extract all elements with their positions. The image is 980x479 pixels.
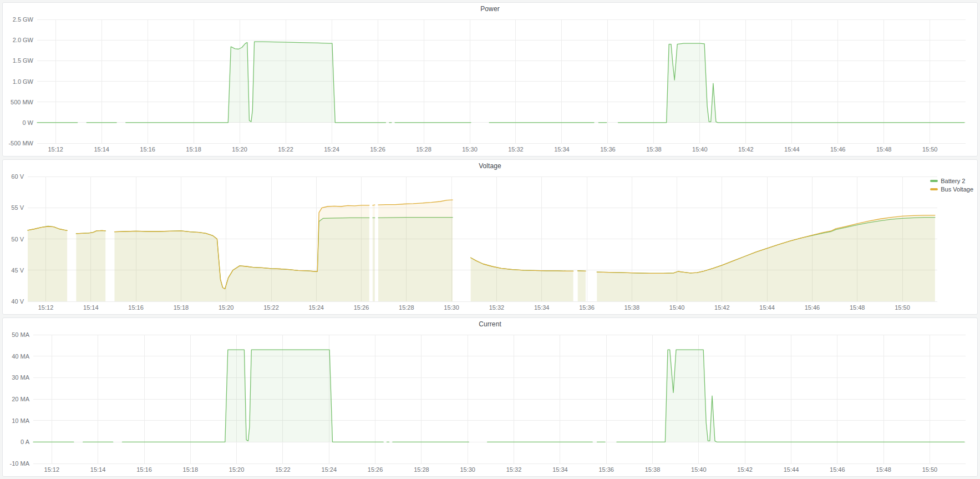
x-tick-label: 15:22 — [263, 304, 279, 311]
bus-voltage-series-swatch-icon — [930, 188, 938, 190]
series-area — [378, 200, 453, 301]
power-chart-canvas[interactable]: 15:1215:1415:1615:1815:2015:2215:2415:26… — [6, 15, 974, 154]
x-tick-label: 15:44 — [759, 304, 775, 311]
x-tick-label: 15:28 — [399, 304, 414, 311]
x-tick-label: 15:18 — [186, 146, 201, 153]
legend-item-battery2[interactable]: Battery 2 — [930, 178, 965, 184]
panel-power: Power 15:1215:1415:1615:1815:2015:2215:2… — [2, 2, 978, 157]
x-tick-label: 15:40 — [692, 146, 708, 153]
legend-item-bus-voltage[interactable]: Bus Voltage — [930, 186, 973, 193]
x-tick-label: 15:22 — [275, 466, 291, 473]
x-tick-label: 15:38 — [624, 304, 640, 311]
x-tick-label: 15:32 — [489, 304, 505, 311]
x-tick-label: 15:32 — [508, 146, 524, 153]
panel-voltage-header[interactable]: Voltage — [3, 160, 977, 172]
x-tick-label: 15:26 — [354, 304, 369, 311]
x-tick-label: 15:12 — [48, 146, 63, 153]
x-tick-label: 15:42 — [738, 146, 754, 153]
battery2-series-swatch-icon — [930, 180, 938, 182]
x-tick-label: 15:24 — [324, 146, 339, 153]
x-tick-label: 15:28 — [416, 146, 431, 153]
panel-current-body: 15:1215:1415:1615:1815:2015:2215:2415:26… — [6, 330, 974, 475]
y-tick-label: 60 V — [11, 173, 24, 180]
x-tick-label: 15:14 — [83, 304, 99, 311]
x-tick-label: 15:14 — [94, 146, 109, 153]
y-tick-label: -10 MA — [10, 460, 30, 467]
x-tick-label: 15:48 — [876, 466, 891, 473]
y-tick-label: 45 V — [11, 267, 24, 274]
x-tick-label: 15:36 — [598, 466, 614, 473]
x-tick-label: 15:30 — [460, 466, 475, 473]
series-area — [76, 230, 105, 301]
y-tick-label: 0 A — [21, 438, 30, 445]
x-tick-label: 15:40 — [669, 304, 685, 311]
y-tick-label: 40 V — [11, 298, 24, 305]
x-tick-label: 15:12 — [44, 466, 60, 473]
series-area — [126, 42, 386, 123]
y-tick-label: -500 MW — [8, 140, 33, 147]
x-tick-label: 15:16 — [140, 146, 155, 153]
y-tick-label: 20 MA — [12, 396, 29, 402]
series-area — [115, 205, 369, 301]
x-tick-label: 15:34 — [554, 146, 570, 153]
x-tick-label: 15:26 — [368, 466, 383, 473]
x-tick-label: 15:30 — [444, 304, 459, 311]
x-tick-label: 15:34 — [552, 466, 568, 473]
y-tick-label: 40 MA — [12, 353, 29, 360]
legend-label-battery2: Battery 2 — [941, 178, 965, 184]
current-chart-canvas[interactable]: 15:1215:1415:1615:1815:2015:2215:2415:26… — [6, 330, 974, 475]
y-tick-label: 2.5 GW — [13, 16, 34, 23]
y-tick-label: 2.0 GW — [13, 37, 34, 43]
series-line — [373, 205, 375, 205]
x-tick-label: 15:50 — [895, 304, 910, 311]
x-tick-label: 15:24 — [308, 304, 324, 311]
dashboard-page: Power 15:1215:1415:1615:1815:2015:2215:2… — [0, 0, 980, 479]
legend-label-bus-voltage: Bus Voltage — [941, 186, 973, 193]
x-tick-label: 15:44 — [784, 466, 799, 473]
x-tick-label: 15:20 — [232, 146, 247, 153]
x-tick-label: 15:36 — [579, 304, 595, 311]
x-tick-label: 15:46 — [830, 146, 846, 153]
x-tick-label: 15:22 — [278, 146, 293, 153]
series-area — [471, 258, 573, 301]
series-area — [28, 226, 67, 301]
x-tick-label: 15:28 — [414, 466, 429, 473]
y-tick-label: 50 V — [11, 236, 24, 243]
x-tick-label: 15:44 — [784, 146, 800, 153]
x-tick-label: 15:18 — [174, 304, 189, 311]
panel-voltage: Voltage 15:1215:1415:1615:1815:2015:2215… — [2, 159, 978, 315]
x-tick-label: 15:14 — [90, 466, 106, 473]
x-tick-label: 15:38 — [646, 146, 662, 153]
panel-power-header[interactable]: Power — [3, 3, 977, 15]
x-tick-label: 15:40 — [691, 466, 707, 473]
y-tick-label: 10 MA — [12, 417, 29, 424]
x-tick-label: 15:30 — [462, 146, 478, 153]
x-tick-label: 15:20 — [229, 466, 245, 473]
y-tick-label: 0 W — [22, 119, 33, 126]
x-tick-label: 15:32 — [506, 466, 522, 473]
series-area — [618, 43, 964, 123]
series-line — [578, 271, 586, 271]
x-tick-label: 15:16 — [128, 304, 144, 311]
y-tick-label: 500 MW — [11, 99, 34, 105]
x-tick-label: 15:24 — [322, 466, 337, 473]
voltage-chart-canvas[interactable]: 15:1215:1415:1615:1815:2015:2215:2415:26… — [6, 172, 974, 312]
series-area — [597, 215, 935, 301]
x-tick-label: 15:36 — [600, 146, 616, 153]
x-tick-label: 15:12 — [38, 304, 54, 311]
panel-power-body: 15:1215:1415:1615:1815:2015:2215:2415:26… — [6, 15, 974, 154]
panel-current: Current 15:1215:1415:1615:1815:2015:2215… — [2, 317, 978, 477]
x-tick-label: 15:18 — [183, 466, 199, 473]
x-tick-label: 15:48 — [850, 304, 865, 311]
x-tick-label: 15:50 — [922, 146, 938, 153]
panel-current-header[interactable]: Current — [3, 318, 977, 330]
x-tick-label: 15:42 — [737, 466, 753, 473]
y-tick-label: 55 V — [11, 204, 24, 211]
panel-current-title: Current — [479, 320, 501, 328]
x-tick-label: 15:16 — [136, 466, 152, 473]
x-tick-label: 15:34 — [534, 304, 550, 311]
y-tick-label: 50 MA — [12, 331, 29, 338]
series-area — [617, 350, 964, 442]
x-tick-label: 15:42 — [714, 304, 730, 311]
x-tick-label: 15:48 — [876, 146, 892, 153]
